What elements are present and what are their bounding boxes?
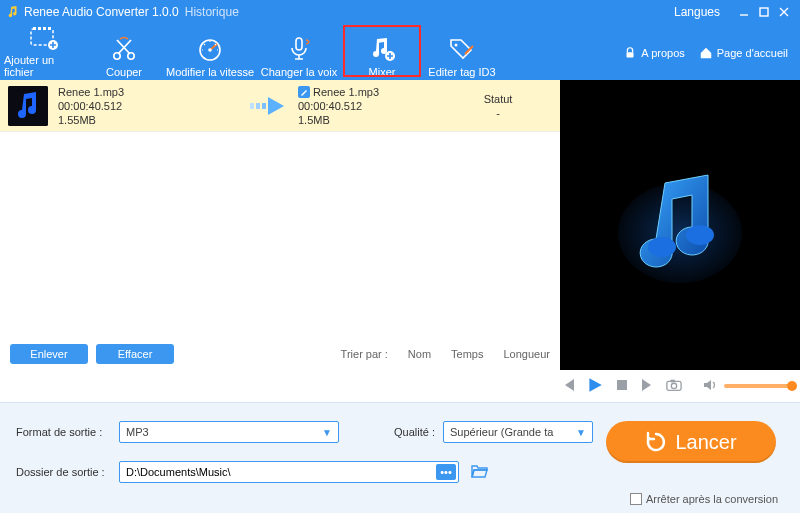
list-item[interactable]: Renee 1.mp3 00:00:40.512 1.55MB Renee 1.… bbox=[0, 80, 560, 132]
stop-after-label: Arrêter après la conversion bbox=[646, 493, 778, 505]
volume-slider[interactable] bbox=[724, 384, 794, 388]
quality-value: Supérieur (Grande ta bbox=[450, 426, 553, 438]
dest-size: 1.5MB bbox=[298, 113, 448, 127]
status-value: - bbox=[458, 106, 538, 120]
play-button[interactable] bbox=[586, 376, 604, 397]
source-filename: Renee 1.mp3 bbox=[58, 85, 238, 99]
svg-rect-26 bbox=[670, 379, 674, 382]
svg-rect-4 bbox=[43, 27, 46, 30]
folder-label: Dossier de sortie : bbox=[16, 466, 111, 478]
svg-rect-16 bbox=[250, 103, 254, 109]
svg-rect-15 bbox=[8, 86, 48, 126]
source-duration: 00:00:40.512 bbox=[58, 99, 238, 113]
tool-label: Couper bbox=[106, 66, 142, 78]
convert-arrow-icon bbox=[248, 95, 288, 117]
svg-rect-0 bbox=[760, 8, 768, 16]
svg-point-25 bbox=[671, 383, 676, 388]
about-link[interactable]: A propos bbox=[623, 46, 684, 60]
dest-filename: Renee 1.mp3 bbox=[313, 85, 379, 99]
tool-label: Ajouter un fichier bbox=[4, 54, 84, 78]
app-logo-icon bbox=[6, 5, 20, 19]
volume-icon[interactable] bbox=[702, 377, 718, 396]
format-label: Format de sortie : bbox=[16, 426, 111, 438]
main-area: Renee 1.mp3 00:00:40.512 1.55MB Renee 1.… bbox=[0, 80, 800, 370]
stop-after-checkbox[interactable]: Arrêter après la conversion bbox=[630, 493, 778, 505]
tool-voice[interactable]: Changer la voix bbox=[256, 24, 342, 78]
language-selector[interactable]: Langues bbox=[674, 5, 724, 19]
music-note-icon bbox=[610, 155, 750, 295]
dest-info: Renee 1.mp3 00:00:40.512 1.5MB bbox=[298, 85, 448, 127]
clear-button[interactable]: Effacer bbox=[96, 344, 174, 364]
titlebar: Renee Audio Converter 1.0.0 Historique L… bbox=[0, 0, 800, 24]
home-link[interactable]: Page d'accueil bbox=[699, 46, 788, 60]
svg-rect-2 bbox=[33, 27, 36, 30]
film-add-icon bbox=[29, 24, 59, 52]
item-thumbnail bbox=[8, 86, 48, 126]
toolbar: Ajouter un fichier Couper Modifier la vi… bbox=[0, 24, 800, 80]
chevron-down-icon: ▼ bbox=[320, 427, 334, 438]
tool-speed[interactable]: Modifier la vitesse bbox=[164, 24, 256, 78]
svg-rect-18 bbox=[262, 103, 266, 109]
player-controls bbox=[0, 370, 800, 402]
scissors-icon bbox=[109, 34, 139, 64]
quality-label: Qualité : bbox=[385, 426, 435, 438]
dest-duration: 00:00:40.512 bbox=[298, 99, 448, 113]
format-combo[interactable]: MP3 ▼ bbox=[119, 421, 339, 443]
svg-rect-17 bbox=[256, 103, 260, 109]
remove-button[interactable]: Enlever bbox=[10, 344, 88, 364]
svg-rect-14 bbox=[627, 52, 634, 57]
tool-id3[interactable]: Editer tag ID3 bbox=[422, 24, 502, 78]
launch-label: Lancer bbox=[675, 431, 736, 454]
stop-button[interactable] bbox=[614, 377, 630, 396]
file-list: Renee 1.mp3 00:00:40.512 1.55MB Renee 1.… bbox=[0, 80, 560, 370]
open-folder-button[interactable] bbox=[471, 463, 489, 481]
launch-button[interactable]: Lancer bbox=[606, 421, 776, 463]
tool-mixer[interactable]: Mixer bbox=[342, 24, 422, 78]
sort-by-length[interactable]: Longueur bbox=[504, 348, 551, 360]
minimize-button[interactable] bbox=[734, 2, 754, 22]
format-value: MP3 bbox=[126, 426, 149, 438]
mixer-icon bbox=[367, 34, 397, 64]
lock-icon bbox=[623, 46, 637, 60]
prev-button[interactable] bbox=[560, 377, 576, 396]
svg-point-21 bbox=[648, 237, 676, 257]
gauge-icon bbox=[195, 34, 225, 64]
close-button[interactable] bbox=[774, 2, 794, 22]
language-label: Langues bbox=[674, 5, 720, 19]
status-column: Statut - bbox=[458, 92, 538, 120]
sort-label: Trier par : bbox=[341, 348, 388, 360]
tag-edit-icon bbox=[447, 34, 477, 64]
source-info: Renee 1.mp3 00:00:40.512 1.55MB bbox=[58, 85, 238, 127]
output-settings: Format de sortie : MP3 ▼ Qualité : Supér… bbox=[0, 402, 800, 513]
history-link[interactable]: Historique bbox=[185, 5, 239, 19]
preview-pane bbox=[560, 80, 800, 370]
app-title: Renee Audio Converter 1.0.0 bbox=[24, 5, 179, 19]
mic-icon bbox=[284, 34, 314, 64]
maximize-button[interactable] bbox=[754, 2, 774, 22]
tool-label: Modifier la vitesse bbox=[166, 66, 254, 78]
tool-label: Editer tag ID3 bbox=[428, 66, 495, 78]
svg-rect-3 bbox=[38, 27, 41, 30]
snapshot-button[interactable] bbox=[666, 377, 682, 396]
browse-button[interactable]: ••• bbox=[436, 464, 456, 480]
sort-by-name[interactable]: Nom bbox=[408, 348, 431, 360]
sort-by-time[interactable]: Temps bbox=[451, 348, 483, 360]
svg-rect-23 bbox=[617, 380, 627, 390]
tool-add-file[interactable]: Ajouter un fichier bbox=[4, 24, 84, 78]
tool-cut[interactable]: Couper bbox=[84, 24, 164, 78]
output-folder-field: ••• bbox=[119, 461, 459, 483]
next-button[interactable] bbox=[640, 377, 656, 396]
source-size: 1.55MB bbox=[58, 113, 238, 127]
output-folder-input[interactable] bbox=[126, 466, 432, 478]
quality-combo[interactable]: Supérieur (Grande ta ▼ bbox=[443, 421, 593, 443]
home-icon bbox=[699, 46, 713, 60]
svg-rect-11 bbox=[296, 38, 302, 50]
svg-point-13 bbox=[455, 44, 458, 47]
edit-pencil-icon[interactable] bbox=[298, 86, 310, 98]
chevron-down-icon: ▼ bbox=[574, 427, 588, 438]
refresh-icon bbox=[645, 431, 667, 453]
svg-rect-5 bbox=[48, 27, 51, 30]
list-footer: Enlever Effacer Trier par : Nom Temps Lo… bbox=[0, 338, 560, 370]
checkbox-box bbox=[630, 493, 642, 505]
tool-label: Changer la voix bbox=[261, 66, 337, 78]
